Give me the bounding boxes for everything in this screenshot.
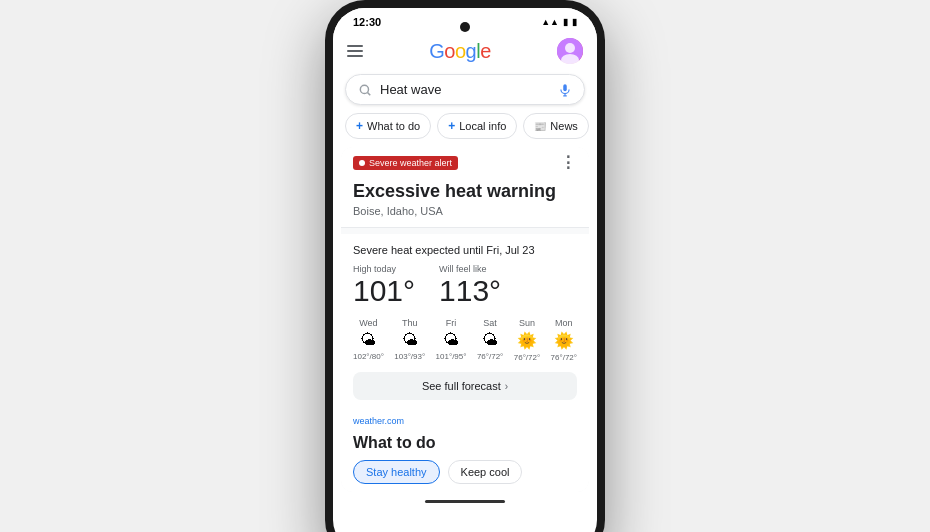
svg-line-4: [368, 92, 371, 95]
forecast-day-name: Sun: [519, 318, 535, 328]
news-icon: 📰: [534, 121, 546, 132]
chip-plus-icon: +: [448, 119, 455, 133]
forecast-day: Sun 🌞 76°/72°: [514, 318, 540, 362]
see-full-forecast-button[interactable]: See full forecast ›: [353, 372, 577, 400]
forecast-day-icon: 🌤: [402, 331, 418, 349]
forecast-day-icon: 🌞: [517, 331, 537, 350]
chip-what-to-do[interactable]: + What to do: [345, 113, 431, 139]
alert-badge: Severe weather alert: [353, 156, 458, 170]
forecast-day-icon: 🌤: [443, 331, 459, 349]
forecast-day-name: Thu: [402, 318, 418, 328]
hamburger-menu-button[interactable]: [347, 45, 363, 57]
forecast-day-temps: 102°/80°: [353, 352, 384, 361]
more-options-icon[interactable]: ⋮: [560, 153, 577, 172]
mic-icon[interactable]: [558, 83, 572, 97]
phone-screen: 12:30 ▲▲ ▮ ▮ G o o g l e: [333, 8, 597, 532]
svg-point-3: [360, 85, 368, 93]
search-bar[interactable]: Heat wave: [345, 74, 585, 105]
weather-period: Severe heat expected until Fri, Jul 23: [353, 244, 577, 256]
alert-dot: [359, 160, 365, 166]
forecast-day-temps: 76°/72°: [477, 352, 503, 361]
what-to-do-tab[interactable]: Stay healthy: [353, 460, 440, 484]
filter-chips: + What to do + Local info 📰 News: [333, 113, 597, 147]
svg-rect-5: [563, 84, 567, 91]
forecast-day-temps: 101°/95°: [436, 352, 467, 361]
what-to-do-tab[interactable]: Keep cool: [448, 460, 523, 484]
avatar-image: [557, 38, 583, 64]
forecast-day: Mon 🌞 76°/72°: [551, 318, 577, 362]
alert-banner: Severe weather alert ⋮: [341, 147, 589, 178]
logo-letter-g: g: [466, 40, 477, 63]
svg-point-1: [565, 43, 575, 53]
chip-label: What to do: [367, 120, 420, 132]
chip-label: News: [550, 120, 578, 132]
search-query: Heat wave: [380, 82, 558, 97]
temperature-row: High today 101° Will feel like 113°: [353, 264, 577, 306]
chip-plus-icon: +: [356, 119, 363, 133]
home-indicator: [425, 500, 505, 503]
status-time: 12:30: [353, 16, 381, 28]
logo-letter-o2: o: [455, 40, 466, 63]
wifi-icon: ▮: [563, 17, 568, 27]
forecast-day-name: Mon: [555, 318, 573, 328]
camera-notch: [460, 22, 470, 32]
forecast-day: Fri 🌤 101°/95°: [436, 318, 467, 362]
what-to-do-tabs: Stay healthyKeep cool: [353, 460, 577, 484]
weather-card: Severe heat expected until Fri, Jul 23 H…: [341, 234, 589, 410]
chip-label: Local info: [459, 120, 506, 132]
signal-icon: ▲▲: [541, 17, 559, 27]
forecast-day: Thu 🌤 103°/93°: [394, 318, 425, 362]
forecast-row: Wed 🌤 102°/80° Thu 🌤 103°/93° Fri 🌤 101°…: [353, 318, 577, 362]
chevron-right-icon: ›: [505, 381, 508, 392]
forecast-day-name: Wed: [359, 318, 377, 328]
logo-letter-e: e: [480, 40, 491, 63]
weather-source: weather.com: [341, 410, 589, 428]
feels-like-group: Will feel like 113°: [439, 264, 501, 306]
forecast-day-name: Sat: [483, 318, 497, 328]
forecast-day-temps: 76°/72°: [514, 353, 540, 362]
phone-device: 12:30 ▲▲ ▮ ▮ G o o g l e: [325, 0, 605, 532]
high-today-label: High today: [353, 264, 415, 274]
feels-like-value: 113°: [439, 274, 501, 307]
forecast-day-temps: 103°/93°: [394, 352, 425, 361]
forecast-day: Wed 🌤 102°/80°: [353, 318, 384, 362]
forecast-day-icon: 🌤: [482, 331, 498, 349]
forecast-day-name: Fri: [446, 318, 457, 328]
status-icons: ▲▲ ▮ ▮: [541, 17, 577, 27]
logo-letter-o1: o: [444, 40, 455, 63]
warning-location: Boise, Idaho, USA: [353, 205, 577, 217]
logo-letter-G: G: [429, 40, 444, 63]
google-header: G o o g l e: [333, 32, 597, 70]
forecast-day-icon: 🌤: [360, 331, 376, 349]
chip-local-info[interactable]: + Local info: [437, 113, 517, 139]
google-logo: G o o g l e: [429, 40, 491, 63]
warning-title: Excessive heat warning: [353, 180, 577, 203]
high-today-value: 101°: [353, 274, 415, 307]
forecast-day: Sat 🌤 76°/72°: [477, 318, 503, 362]
warning-section: Excessive heat warning Boise, Idaho, USA: [341, 178, 589, 228]
forecast-btn-label: See full forecast: [422, 380, 501, 392]
feels-like-label: Will feel like: [439, 264, 501, 274]
alert-badge-text: Severe weather alert: [369, 158, 452, 168]
battery-icon: ▮: [572, 17, 577, 27]
high-today-group: High today 101°: [353, 264, 415, 306]
search-icon: [358, 83, 372, 97]
chip-news[interactable]: 📰 News: [523, 113, 589, 139]
forecast-day-temps: 76°/72°: [551, 353, 577, 362]
avatar[interactable]: [557, 38, 583, 64]
what-to-do-section: What to do Stay healthyKeep cool: [341, 428, 589, 492]
content-area: Severe weather alert ⋮ Excessive heat wa…: [341, 147, 589, 492]
what-to-do-title: What to do: [353, 434, 577, 452]
forecast-day-icon: 🌞: [554, 331, 574, 350]
